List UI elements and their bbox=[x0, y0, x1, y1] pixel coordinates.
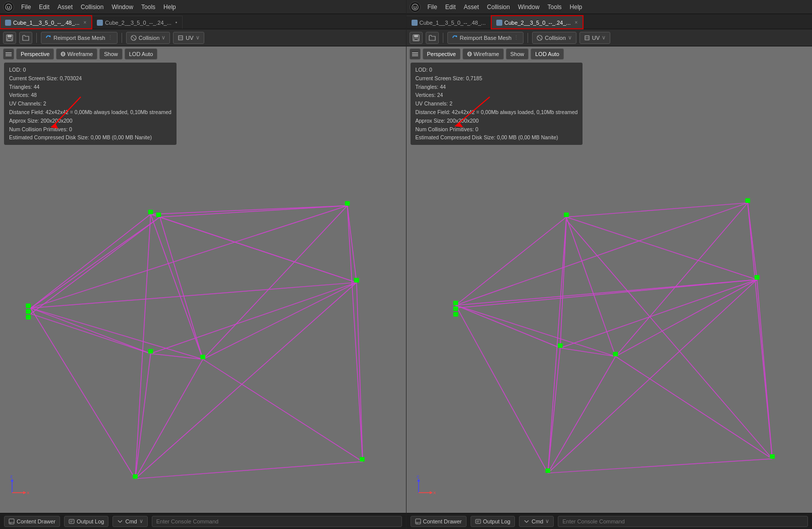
right-console-input[interactable] bbox=[558, 516, 808, 527]
right-tab-bar: Cube_1__3_5_0_--_.48_... Cube_2__3_5_0_-… bbox=[407, 14, 813, 29]
left-tab-0[interactable]: Cube_1__3_5_0_--_.48_... × bbox=[0, 16, 92, 29]
right-menu-window[interactable]: Window bbox=[515, 3, 543, 12]
left-content-drawer-btn[interactable]: Content Drawer bbox=[4, 516, 60, 527]
right-save-btn[interactable] bbox=[410, 32, 423, 44]
right-menu-help[interactable]: Help bbox=[567, 3, 586, 12]
right-output-log-btn[interactable]: Output Log bbox=[471, 516, 515, 527]
svg-text:X: X bbox=[433, 491, 436, 495]
right-toolbar-sep2 bbox=[528, 33, 528, 43]
left-tab-bar: Cube_1__3_5_0_--_.48_... × Cube_2__3_5_0… bbox=[0, 14, 406, 29]
left-menu-collision[interactable]: Collision bbox=[78, 3, 106, 12]
left-menu-tools[interactable]: Tools bbox=[138, 3, 158, 12]
left-lod: LOD: 0 bbox=[9, 66, 171, 74]
svg-rect-54 bbox=[26, 309, 31, 314]
left-console-input[interactable] bbox=[152, 516, 402, 527]
svg-rect-47 bbox=[156, 213, 161, 217]
left-vertices: Vertices: 48 bbox=[9, 91, 171, 99]
left-approx-size: Approx Size: 200x200x200 bbox=[9, 117, 171, 125]
right-collision-btn[interactable]: Collision ∨ bbox=[532, 32, 576, 44]
svg-rect-125 bbox=[416, 519, 421, 524]
right-menu-collision[interactable]: Collision bbox=[484, 3, 513, 12]
right-wireframe-btn[interactable]: Wireframe bbox=[462, 48, 504, 60]
right-tab-1[interactable]: Cube_2__3_5_0_--_.24_... × bbox=[491, 16, 583, 29]
left-panel: U File Edit Asset Collision Window Tools… bbox=[0, 0, 407, 529]
left-menu-help[interactable]: Help bbox=[160, 3, 179, 12]
left-tab-1-icon bbox=[97, 20, 103, 26]
svg-rect-116 bbox=[770, 454, 775, 459]
svg-rect-48 bbox=[345, 201, 350, 205]
left-tab-1[interactable]: Cube_2__3_5_0_--_.24_... • bbox=[92, 16, 183, 29]
right-menu-tools[interactable]: Tools bbox=[545, 3, 565, 12]
svg-marker-122 bbox=[430, 491, 433, 494]
right-panel: U File Edit Asset Collision Window Tools… bbox=[407, 0, 813, 529]
left-uv-channels: UV Channels: 2 bbox=[9, 99, 171, 108]
left-menu-bar: U File Edit Asset Collision Window Tools… bbox=[0, 0, 406, 14]
right-hamburger[interactable] bbox=[410, 48, 421, 60]
left-menu-file[interactable]: File bbox=[18, 3, 34, 12]
left-folder-btn[interactable] bbox=[19, 32, 32, 44]
svg-text:Z: Z bbox=[417, 474, 419, 479]
svg-text:Z: Z bbox=[10, 474, 13, 479]
right-uv-btn[interactable]: UV ∨ bbox=[579, 32, 610, 44]
right-uv-channels: UV Channels: 2 bbox=[416, 99, 578, 108]
right-show-btn[interactable]: Show bbox=[506, 48, 529, 60]
left-hamburger[interactable] bbox=[3, 48, 14, 60]
right-folder-btn[interactable] bbox=[426, 32, 439, 44]
right-tab-0[interactable]: Cube_1__3_5_0_--_.48_... bbox=[407, 16, 492, 29]
right-viewport[interactable]: Perspective Wireframe Show LOD Auto bbox=[407, 46, 813, 513]
left-tab-1-close[interactable]: • bbox=[176, 20, 178, 25]
left-output-log-btn[interactable]: Output Log bbox=[64, 516, 108, 527]
right-cmd-btn[interactable]: Cmd ∨ bbox=[519, 516, 554, 527]
svg-rect-53 bbox=[148, 349, 153, 353]
ue-logo-left[interactable]: U bbox=[3, 2, 14, 13]
right-menu-edit[interactable]: Edit bbox=[442, 3, 459, 12]
svg-rect-72 bbox=[414, 38, 418, 40]
right-reimport-btn[interactable]: Reimport Base Mesh ⋮ bbox=[447, 32, 524, 44]
right-disk-size: Estimated Compressed Disk Size: 0,00 MB … bbox=[416, 133, 578, 142]
right-distance-field: Distance Field: 42x42x42 = 0,00Mb always… bbox=[416, 108, 578, 117]
left-axes: Z X bbox=[7, 472, 32, 498]
right-axes: Z X bbox=[414, 472, 439, 498]
svg-text:X: X bbox=[27, 491, 30, 495]
left-lod-btn[interactable]: LOD Auto bbox=[125, 48, 158, 60]
svg-rect-3 bbox=[8, 35, 12, 37]
svg-rect-117 bbox=[545, 468, 550, 473]
left-screen-size: Current Screen Size: 0,703024 bbox=[9, 74, 171, 83]
left-cmd-btn[interactable]: Cmd ∨ bbox=[112, 516, 147, 527]
left-viewport[interactable]: Perspective Wireframe Show LOD Auto bbox=[0, 46, 406, 513]
svg-rect-51 bbox=[360, 457, 365, 462]
ue-logo-right[interactable]: U bbox=[410, 2, 421, 13]
right-perspective-btn[interactable]: Perspective bbox=[423, 48, 460, 60]
left-menu-asset[interactable]: Asset bbox=[54, 3, 76, 12]
left-wireframe-btn[interactable]: Wireframe bbox=[56, 48, 97, 60]
svg-rect-50 bbox=[200, 355, 205, 359]
svg-rect-112 bbox=[564, 213, 569, 217]
svg-rect-111 bbox=[453, 312, 458, 316]
left-triangles: Triangles: 44 bbox=[9, 83, 171, 91]
left-hamburger-line3 bbox=[6, 56, 12, 56]
left-menu-window[interactable]: Window bbox=[108, 3, 136, 12]
right-num-collision: Num Collision Primitives: 0 bbox=[416, 125, 578, 134]
right-tab-1-close[interactable]: × bbox=[575, 20, 578, 25]
svg-rect-45 bbox=[26, 303, 31, 308]
left-hamburger-line2 bbox=[6, 54, 12, 55]
left-tab-1-label: Cube_2__3_5_0_--_.24_... bbox=[105, 20, 171, 26]
left-uv-btn[interactable]: UV ∨ bbox=[173, 32, 204, 44]
svg-text:U: U bbox=[413, 5, 417, 10]
right-menu-file[interactable]: File bbox=[425, 3, 440, 12]
left-menu-edit[interactable]: Edit bbox=[36, 3, 52, 12]
right-lod-btn[interactable]: LOD Auto bbox=[531, 48, 564, 60]
right-content-drawer-btn[interactable]: Content Drawer bbox=[411, 516, 467, 527]
svg-rect-46 bbox=[148, 209, 153, 214]
svg-marker-59 bbox=[23, 491, 26, 494]
right-status-bar: Content Drawer Output Log Cmd ∨ bbox=[407, 513, 813, 529]
left-show-btn[interactable]: Show bbox=[99, 48, 123, 60]
left-reimport-btn[interactable]: Reimport Base Mesh ⋮ bbox=[41, 32, 118, 44]
left-tab-0-close[interactable]: × bbox=[84, 20, 87, 25]
right-menu-asset[interactable]: Asset bbox=[461, 3, 482, 12]
left-save-btn[interactable] bbox=[3, 32, 16, 44]
left-perspective-btn[interactable]: Perspective bbox=[16, 48, 54, 60]
right-menu-bar: U File Edit Asset Collision Window Tools… bbox=[407, 0, 813, 14]
left-collision-btn[interactable]: Collision ∨ bbox=[126, 32, 170, 44]
left-num-collision: Num Collision Primitives: 0 bbox=[9, 125, 171, 134]
